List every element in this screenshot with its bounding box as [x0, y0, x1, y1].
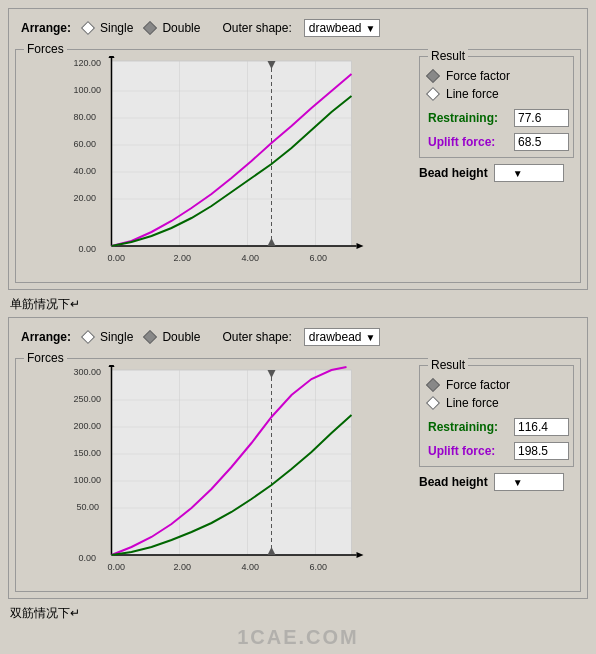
outer-shape-value-2: drawbead: [309, 330, 362, 344]
single-radio-2[interactable]: Single: [83, 330, 133, 344]
svg-text:0.00: 0.00: [108, 253, 126, 263]
svg-text:100.00: 100.00: [74, 475, 102, 485]
outer-shape-value-1: drawbead: [309, 21, 362, 35]
bead-height-label-2: Bead height: [419, 475, 488, 489]
uplift-row-1: Uplift force:: [428, 133, 565, 151]
chart-2: 300.00 250.00 200.00 150.00 100.00 50.00…: [22, 365, 411, 585]
bead-height-label-1: Bead height: [419, 166, 488, 180]
arrange-label-1: Arrange:: [21, 21, 71, 35]
forces-label-1: Forces: [24, 42, 67, 56]
svg-text:20.00: 20.00: [74, 193, 97, 203]
outer-shape-dropdown-2[interactable]: drawbead ▼: [304, 328, 381, 346]
uplift-input-2[interactable]: [514, 442, 569, 460]
result-fields-2: Restraining: Uplift force:: [428, 418, 565, 460]
restraining-input-2[interactable]: [514, 418, 569, 436]
dropdown-arrow-1: ▼: [366, 23, 376, 34]
svg-text:50.00: 50.00: [77, 502, 100, 512]
line-force-diamond-2: [426, 396, 440, 410]
panel-1: Arrange: Single Double Outer shape: draw…: [8, 8, 588, 290]
chart-1: 120.00 100.00 80.00 60.00 40.00 20.00 0.…: [22, 56, 411, 276]
forces-section-2: Forces: [15, 358, 581, 592]
caption-1: 单筋情况下↵: [10, 296, 588, 313]
outer-shape-dropdown-1[interactable]: drawbead ▼: [304, 19, 381, 37]
svg-text:6.00: 6.00: [310, 562, 328, 572]
force-factor-label-1: Force factor: [446, 69, 510, 83]
svg-text:150.00: 150.00: [74, 448, 102, 458]
result-panel-2: Result Force factor Line force: [419, 365, 574, 585]
result-option-force-2[interactable]: Force factor: [428, 378, 565, 392]
line-force-label-2: Line force: [446, 396, 499, 410]
double-radio-2[interactable]: Double: [145, 330, 200, 344]
bead-height-dropdown-1[interactable]: ▼: [494, 164, 564, 182]
force-factor-label-2: Force factor: [446, 378, 510, 392]
result-fields-1: Restraining: Uplift force:: [428, 109, 565, 151]
svg-text:120.00: 120.00: [74, 58, 102, 68]
svg-text:6.00: 6.00: [310, 253, 328, 263]
outer-shape-label-2: Outer shape:: [222, 330, 291, 344]
svg-marker-48: [109, 365, 115, 367]
bead-height-arrow-2: ▼: [513, 477, 523, 488]
single-diamond-1: [81, 21, 95, 35]
double-label-2: Double: [162, 330, 200, 344]
watermark-container: 1CAE.COM: [8, 626, 588, 649]
result-options-1: Force factor Line force: [428, 69, 565, 101]
force-factor-diamond-2: [426, 378, 440, 392]
svg-text:2.00: 2.00: [174, 562, 192, 572]
result-option-line-2[interactable]: Line force: [428, 396, 565, 410]
svg-text:80.00: 80.00: [74, 112, 97, 122]
chart-svg-2: 300.00 250.00 200.00 150.00 100.00 50.00…: [22, 365, 411, 585]
toolbar-2: Arrange: Single Double Outer shape: draw…: [15, 324, 581, 350]
double-diamond-2: [143, 330, 157, 344]
svg-text:250.00: 250.00: [74, 394, 102, 404]
line-force-diamond-1: [426, 87, 440, 101]
result-option-line-1[interactable]: Line force: [428, 87, 565, 101]
restraining-input-1[interactable]: [514, 109, 569, 127]
uplift-input-1[interactable]: [514, 133, 569, 151]
svg-text:300.00: 300.00: [74, 367, 102, 377]
restraining-label-1: Restraining:: [428, 111, 508, 125]
forces-outer-2: Forces: [15, 358, 581, 592]
svg-marker-47: [357, 552, 364, 558]
toolbar-1: Arrange: Single Double Outer shape: draw…: [15, 15, 581, 41]
result-box-2: Result Force factor Line force: [419, 365, 574, 467]
restraining-label-2: Restraining:: [428, 420, 508, 434]
result-box-1: Result Force factor Line force: [419, 56, 574, 158]
dropdown-arrow-2: ▼: [366, 332, 376, 343]
svg-text:100.00: 100.00: [74, 85, 102, 95]
result-title-2: Result: [428, 358, 468, 372]
panel-2: Arrange: Single Double Outer shape: draw…: [8, 317, 588, 599]
forces-section-1: Forces: [15, 49, 581, 283]
bead-height-value-2: [499, 475, 509, 489]
result-option-force-1[interactable]: Force factor: [428, 69, 565, 83]
restraining-row-2: Restraining:: [428, 418, 565, 436]
bead-height-row-1: Bead height ▼: [419, 164, 574, 182]
svg-text:40.00: 40.00: [74, 166, 97, 176]
single-radio-1[interactable]: Single: [83, 21, 133, 35]
double-label-1: Double: [162, 21, 200, 35]
result-options-2: Force factor Line force: [428, 378, 565, 410]
bead-height-row-2: Bead height ▼: [419, 473, 574, 491]
svg-marker-15: [357, 243, 364, 249]
svg-text:60.00: 60.00: [74, 139, 97, 149]
single-diamond-2: [81, 330, 95, 344]
outer-shape-label-1: Outer shape:: [222, 21, 291, 35]
double-radio-1[interactable]: Double: [145, 21, 200, 35]
arrange-label-2: Arrange:: [21, 330, 71, 344]
single-label-1: Single: [100, 21, 133, 35]
double-diamond-1: [143, 21, 157, 35]
watermark: 1CAE.COM: [237, 626, 359, 648]
single-label-2: Single: [100, 330, 133, 344]
uplift-label-1: Uplift force:: [428, 135, 508, 149]
uplift-label-2: Uplift force:: [428, 444, 508, 458]
result-panel-1: Result Force factor Line force: [419, 56, 574, 276]
uplift-row-2: Uplift force:: [428, 442, 565, 460]
bead-height-value-1: [499, 166, 509, 180]
svg-text:0.00: 0.00: [108, 562, 126, 572]
bead-height-arrow-1: ▼: [513, 168, 523, 179]
line-force-label-1: Line force: [446, 87, 499, 101]
bead-height-dropdown-2[interactable]: ▼: [494, 473, 564, 491]
force-factor-diamond-1: [426, 69, 440, 83]
forces-label-2: Forces: [24, 351, 67, 365]
restraining-row-1: Restraining:: [428, 109, 565, 127]
svg-text:4.00: 4.00: [242, 562, 260, 572]
